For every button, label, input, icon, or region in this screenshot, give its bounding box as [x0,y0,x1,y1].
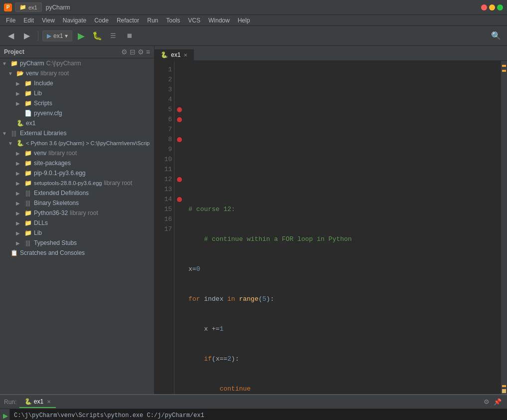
tree-path-pycharm: C:\j\pyCharm [46,60,81,67]
right-gutter-marker-1 [502,65,506,67]
menu-tools[interactable]: Tools [162,16,184,25]
sidebar-item-venv2[interactable]: ▶ 📁 venv library root [0,148,154,158]
sidebar-item-venv[interactable]: ▼ 📂 venv library root [0,68,154,78]
menu-vcs[interactable]: VCS [184,16,204,25]
minimize-button[interactable] [489,4,495,10]
expand-arrow-setuptools: ▶ [16,181,24,186]
coverage-button[interactable]: ☰ [106,29,120,43]
code-line-9: x +=1 [188,324,497,334]
sidebar-item-extended-definitions[interactable]: ▶ ||| Extended Definitions [0,188,154,198]
sync-icon[interactable]: ⚙ [121,48,128,56]
maximize-button[interactable] [497,4,503,10]
line-num-6: 6 [157,115,172,125]
gutter-15 [174,205,184,214]
sidebar-item-lib2[interactable]: ▶ 📁 Lib [0,228,154,238]
menu-file[interactable]: File [2,16,19,25]
gutter-spacer [501,73,507,384]
sidebar-item-external-libraries[interactable]: ▼ ||| External Libraries [0,128,154,138]
debug-button[interactable]: 🐛 [90,29,104,43]
line-num-13: 13 [157,185,172,195]
stop-button[interactable]: ⏹ [122,29,136,43]
gutter-2 [174,75,184,85]
menu-help[interactable]: Help [234,16,254,25]
sidebar-item-scratches[interactable]: ▶ 📋 Scratches and Consoles [0,248,154,258]
rerun-button[interactable]: ▶ [1,411,10,420]
code-line-1 [188,85,497,95]
sidebar-item-pycharm-root[interactable]: ▼ 📁 pyCharm C:\j\pyCharm [0,58,154,68]
sidebar-item-ex1-file[interactable]: ▶ 🐍 ex1 [0,118,154,128]
expand-arrow-extdefs: ▶ [16,191,24,196]
sidebar-item-site-packages[interactable]: ▶ 📁 site-packages [0,158,154,168]
gear-icon[interactable]: ≡ [146,48,150,56]
sidebar-item-pyvenv[interactable]: ▶ 📄 pyvenv.cfg [0,108,154,118]
sidebar-item-binary-skeletons[interactable]: ▶ ||| Binary Skeletons [0,198,154,208]
menu-code[interactable]: Code [90,16,113,25]
output-cmd-text: C:\j\pyCharm\venv\Scripts\python.exe C:/… [14,412,204,419]
settings-gear-button[interactable]: ⚙ [481,397,492,408]
collapse-icon[interactable]: ⊟ [130,48,136,56]
tree-label-binary-skeletons: Binary Skeletons [34,200,79,207]
expand-arrow-pip: ▶ [16,171,24,176]
run-config-dropdown-icon: ▾ [65,32,68,39]
tree-suffix-venv: library root [40,70,69,77]
sidebar-item-dlls[interactable]: ▶ 📁 DLLs [0,218,154,228]
menu-edit[interactable]: Edit [19,16,38,25]
line-num-3: 3 [157,85,172,95]
gutter-5 [174,105,184,115]
gutter-16 [174,214,184,224]
code-editor[interactable]: # course 12: # continue within a FOR loo… [184,61,501,394]
tab-ex1-close[interactable]: ✕ [183,52,187,58]
tree-label-extended-defs: Extended Definitions [34,190,89,197]
search-everywhere-button[interactable]: 🔍 [489,29,503,43]
menu-window[interactable]: Window [204,16,234,25]
run-config-selector[interactable]: ▶ ex1 ▾ [42,30,72,41]
sidebar-item-include[interactable]: ▶ 📁 Include [0,78,154,88]
menu-navigate[interactable]: Navigate [59,16,90,25]
toolbar-forward-button[interactable]: ▶ [20,29,34,43]
code-line-11: continue [188,384,497,394]
settings-icon[interactable]: ⚙ [138,48,144,56]
toolbar-separator [38,31,38,41]
expand-arrow-dlls: ▶ [16,220,24,226]
tree-label-dlls: DLLs [34,219,48,226]
site-packages-icon: 📁 [24,159,32,167]
sidebar-item-setuptools[interactable]: ▶ 📁 setuptools-28.8.0-py3.6.egg library … [0,178,154,188]
close-button[interactable] [481,4,487,10]
expand-arrow-scripts: ▶ [16,101,24,106]
sidebar-item-python36-32[interactable]: ▶ 📁 Python36-32 library root [0,208,154,218]
line-num-16: 16 [157,214,172,224]
gutter-1 [174,65,184,75]
right-scroll-gutter [501,61,507,394]
line-num-15: 15 [157,205,172,214]
project-badge[interactable]: 📁 ex1 [15,2,42,12]
sidebar-item-typeshed-stubs[interactable]: ▶ ||| Typeshed Stubs [0,238,154,248]
sidebar-item-pip[interactable]: ▶ 📁 pip-9.0.1-py3.6.egg [0,168,154,178]
expand-arrow-venv2: ▶ [16,151,24,156]
line-num-10: 10 [157,155,172,165]
tab-ex1[interactable]: 🐍 ex1 ✕ [155,49,194,60]
python36-icon: 🐍 [16,139,24,147]
expand-arrow-lib: ▶ [16,91,24,96]
ex1-file-icon: 🐍 [16,119,24,127]
sidebar-header: Project ⚙ ⊟ ⚙ ≡ [0,46,154,58]
line-num-14: 14 [157,195,172,205]
expand-arrow-lib2: ▶ [16,230,24,236]
sidebar-item-lib[interactable]: ▶ 📁 Lib [0,88,154,98]
tree-label-venv2: venv [34,150,46,157]
menu-run[interactable]: Run [143,16,162,25]
code-container: 1 2 3 4 5 6 7 8 9 10 11 12 13 14 15 16 1… [155,61,507,394]
gutter-4 [174,95,184,105]
project-folder-icon: 📁 [19,4,26,10]
sidebar-item-python36[interactable]: ▼ 🐍 < Python 3.6 (pyCharm) > C:\j\pyChar… [0,138,154,148]
tree-label-pyvenv: pyvenv.cfg [34,110,62,117]
toolbar-back-button[interactable]: ◀ [4,29,18,43]
run-button[interactable]: ▶ [74,29,88,43]
code-line-8: for index in range(5): [188,294,497,304]
tree-suffix-venv2: library root [48,150,77,157]
menu-view[interactable]: View [38,16,59,25]
sidebar-item-scripts[interactable]: ▶ 📁 Scripts [0,98,154,108]
run-tab-close[interactable]: ✕ [47,399,51,405]
pin-button[interactable]: 📌 [492,397,503,408]
menu-refactor[interactable]: Refactor [113,16,143,25]
tab-run-ex1[interactable]: 🐍 ex1 ✕ [19,396,56,408]
